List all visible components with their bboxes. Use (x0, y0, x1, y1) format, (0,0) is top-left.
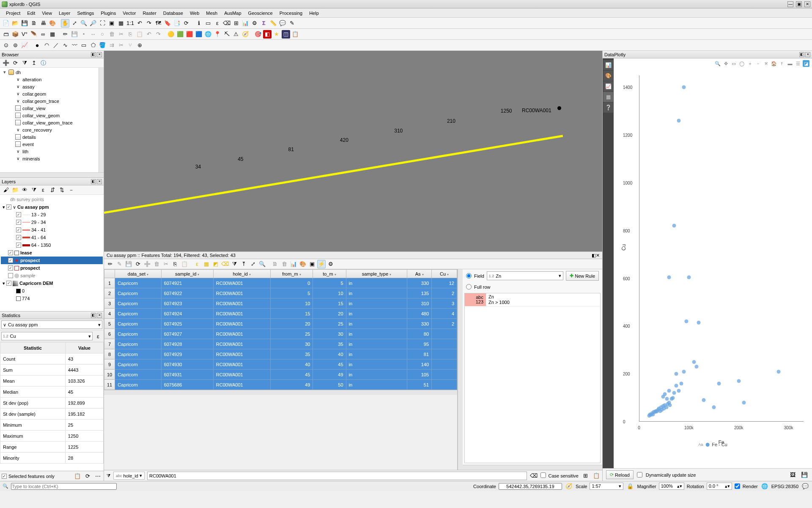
attr-del-field-icon[interactable]: 🗑 (280, 260, 288, 268)
menu-raster[interactable]: Raster (139, 9, 159, 17)
new-shapefile-icon[interactable]: V° (20, 30, 29, 39)
table-cell[interactable]: 6074929 (161, 349, 213, 359)
attr-delete-icon[interactable]: 🗑 (152, 260, 161, 268)
dig-point-icon[interactable]: ● (33, 41, 41, 50)
table-cell[interactable]: RC00WA001 (213, 298, 270, 309)
plugin-m-icon[interactable]: ◫ (282, 30, 290, 39)
scatter-point[interactable] (675, 384, 678, 388)
table-cell[interactable]: 330 (407, 319, 432, 329)
column-header[interactable]: from_m ▾ (270, 270, 313, 278)
scatter-point[interactable] (687, 275, 691, 279)
select-icon[interactable]: ▭ (204, 19, 212, 28)
browser-item[interactable]: alteration (22, 77, 41, 82)
column-header[interactable]: hole_id ▾ (213, 270, 270, 278)
table-cell[interactable]: 25 (270, 329, 313, 339)
column-header[interactable]: data_set ▾ (115, 270, 161, 278)
layer-filter-icon[interactable]: ⧩ (30, 186, 38, 194)
pan-map-icon[interactable]: ✋ (61, 19, 69, 28)
new-rule-button[interactable]: ✚ New Rule (566, 271, 599, 281)
scatter-point[interactable] (672, 391, 676, 395)
attr-filter-menu-icon[interactable]: ⧩ (106, 473, 111, 478)
menu-mesh[interactable]: Mesh (203, 9, 221, 17)
layer-item[interactable]: sample (20, 273, 35, 278)
identify-icon[interactable]: ℹ (195, 19, 203, 28)
dig-stream-icon[interactable]: 〰 (70, 41, 79, 50)
layer-expand-icon[interactable]: ⇵ (48, 186, 57, 194)
table-cell[interactable]: 10 (270, 298, 313, 309)
menu-view[interactable]: View (38, 9, 55, 17)
attr-filter-icon[interactable]: ⧩ (230, 260, 239, 268)
table-cell[interactable]: 6074922 (161, 288, 213, 298)
layer-add-group-icon[interactable]: 📁 (11, 186, 19, 194)
save-project-icon[interactable]: 💾 (20, 19, 29, 28)
scale-lock-icon[interactable]: 🔒 (626, 482, 634, 491)
scatter-point[interactable] (697, 320, 701, 324)
table-cell[interactable]: in (346, 370, 407, 380)
attr-actions-icon[interactable]: ⚡ (317, 260, 326, 268)
snap-enable-icon[interactable]: ⊙ (2, 41, 10, 50)
menu-project[interactable]: Project (3, 9, 24, 17)
processing-icon[interactable]: ⚙ (250, 19, 259, 28)
panel-close-icon[interactable]: ✕ (805, 52, 810, 57)
table-cell[interactable]: RC00WA001 (213, 359, 270, 370)
layer-item[interactable]: prospect (20, 258, 40, 263)
table-cell[interactable]: Capricorn (115, 309, 161, 319)
attr-edit-icon[interactable]: ✏ (106, 260, 114, 268)
column-header[interactable]: sample_id ▾ (161, 270, 213, 278)
table-cell[interactable] (432, 380, 457, 390)
table-cell[interactable] (432, 359, 457, 370)
reload-button[interactable]: ⟳ Reload (606, 470, 634, 479)
menu-layer[interactable]: Layer (55, 9, 74, 17)
dig-circ-arc-icon[interactable]: ◠ (42, 41, 51, 50)
row-header[interactable]: 5 (104, 319, 115, 329)
attr-dock-icon[interactable]: ▣ (308, 260, 316, 268)
move-feature-icon[interactable]: ↔ (89, 30, 97, 39)
table-cell[interactable]: Capricorn (115, 319, 161, 329)
row-header[interactable]: 7 (104, 339, 115, 349)
plugin-f-icon[interactable]: 📍 (213, 30, 222, 39)
locator-input[interactable] (11, 483, 117, 490)
table-cell[interactable]: 2 (432, 319, 457, 329)
layer-item[interactable]: prospect (20, 265, 40, 271)
row-header[interactable]: 2 (104, 288, 115, 298)
table-cell[interactable]: in (346, 319, 407, 329)
scatter-point[interactable] (694, 365, 698, 369)
layer-visibility-checkbox[interactable] (16, 212, 21, 217)
row-header[interactable]: 8 (104, 349, 115, 359)
menu-web[interactable]: Web (187, 9, 203, 17)
table-cell[interactable]: 310 (407, 298, 432, 309)
table-cell[interactable]: in (346, 380, 407, 390)
plugin-k-icon[interactable]: ◧ (263, 30, 272, 39)
table-cell[interactable]: 5 (313, 278, 346, 288)
map-tips-icon[interactable]: 💬 (278, 19, 287, 28)
cond-field-combo[interactable]: 1.2 Zn ▾ (487, 271, 563, 280)
browser-item[interactable]: collar_view (22, 106, 45, 111)
dig-line-icon[interactable]: ／ (52, 41, 60, 50)
table-cell[interactable]: in (346, 309, 407, 319)
table-cell[interactable]: RC00WA001 (213, 339, 270, 349)
attr-footer-clear-icon[interactable]: ⌫ (529, 472, 538, 480)
redo-icon[interactable]: ↷ (154, 30, 162, 39)
table-cell[interactable]: 80 (407, 329, 432, 339)
table-cell[interactable]: 6075686 (161, 380, 213, 390)
add-feature-icon[interactable]: • (80, 30, 88, 39)
stats-copy-icon[interactable]: 📋 (73, 472, 82, 480)
browser-collapse-icon[interactable]: ↥ (30, 59, 38, 67)
new-virtual-icon[interactable]: ∞ (39, 30, 47, 39)
browser-refresh-icon[interactable]: ⟳ (11, 59, 19, 67)
dig-offset-icon[interactable]: ⇉ (107, 41, 116, 50)
browser-item[interactable]: core_recovery (22, 127, 52, 133)
row-header[interactable]: 10 (104, 370, 115, 380)
table-cell[interactable]: 10 (313, 288, 346, 298)
table-cell[interactable]: 15 (313, 298, 346, 309)
scatter-point[interactable] (667, 389, 671, 392)
table-cell[interactable]: 2 (432, 288, 457, 298)
scatter-point[interactable] (677, 119, 681, 123)
table-cell[interactable]: 330 (407, 278, 432, 288)
table-cell[interactable]: 50 (313, 380, 346, 390)
table-cell[interactable]: 20 (270, 319, 313, 329)
attr-multi-edit-icon[interactable]: ✎ (115, 260, 123, 268)
plugin-h-icon[interactable]: ⚠ (232, 30, 240, 39)
close-button[interactable]: ✕ (804, 1, 810, 7)
messages-icon[interactable]: 💬 (801, 482, 809, 491)
